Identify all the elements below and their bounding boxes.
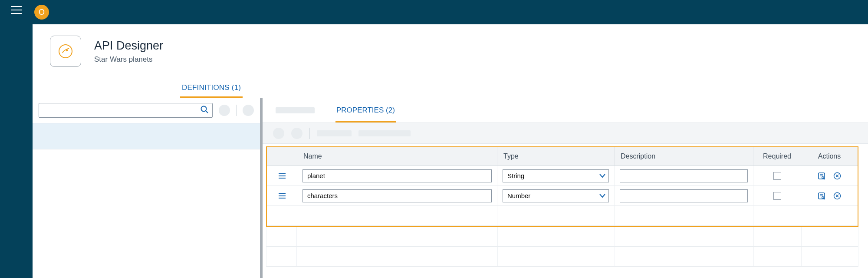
col-required: Required [753, 147, 801, 165]
col-actions: Actions [801, 147, 858, 165]
avatar[interactable]: O [34, 5, 49, 20]
left-rail [0, 0, 33, 278]
detail-toolbar [263, 123, 868, 144]
table-empty-row [267, 206, 858, 226]
details-icon[interactable] [818, 172, 825, 180]
main-area: O API Designer Star Wars planets DEFINIT… [33, 0, 868, 278]
svg-line-3 [206, 111, 208, 113]
property-description-input[interactable] [620, 189, 748, 202]
search-input-wrap [39, 103, 213, 118]
col-description: Description [615, 147, 753, 165]
delete-icon[interactable] [833, 172, 841, 180]
toolbar-placeholder-3[interactable] [317, 130, 352, 136]
col-name: Name [297, 147, 497, 165]
api-designer-icon [50, 36, 81, 67]
toolbar-placeholder-4[interactable] [358, 130, 411, 136]
drag-handle-icon[interactable] [267, 186, 297, 205]
sidebar-action-placeholder-2[interactable] [243, 105, 254, 116]
menu-icon[interactable] [11, 6, 22, 14]
tab-properties[interactable]: PROPERTIES (2) [335, 98, 396, 122]
workspace: PROPERTIES (2) Name Type Description [33, 98, 868, 278]
detail-tabs: PROPERTIES (2) [263, 98, 868, 123]
property-name-input[interactable] [302, 169, 492, 182]
sidebar-action-placeholder-1[interactable] [219, 105, 230, 116]
required-checkbox[interactable] [773, 192, 781, 200]
detail-panel: PROPERTIES (2) Name Type Description [263, 98, 868, 278]
page-header: API Designer Star Wars planets DEFINITIO… [33, 24, 868, 98]
toolbar-action-placeholder-1[interactable] [273, 128, 284, 139]
topbar: O [33, 0, 868, 24]
page-title: API Designer [94, 39, 163, 53]
table-row [267, 166, 858, 186]
svg-point-0 [59, 45, 72, 58]
delete-icon[interactable] [833, 192, 841, 200]
detail-tab-placeholder[interactable] [276, 107, 315, 113]
selected-definition-row[interactable] [33, 123, 260, 149]
col-type: Type [497, 147, 615, 165]
property-type-select[interactable] [503, 169, 609, 182]
required-checkbox[interactable] [773, 172, 781, 180]
avatar-letter: O [39, 8, 45, 17]
drag-handle-icon[interactable] [267, 166, 297, 185]
table-empty-row [266, 247, 858, 267]
property-type-select[interactable] [503, 189, 609, 202]
divider [309, 128, 310, 139]
property-name-input[interactable] [302, 189, 492, 202]
primary-tabs: DEFINITIONS (1) [50, 80, 851, 98]
sidebar-toolbar [33, 98, 260, 123]
definitions-sidebar [33, 98, 263, 278]
page-subtitle: Star Wars planets [94, 55, 163, 64]
search-icon[interactable] [200, 105, 209, 116]
svg-point-1 [66, 50, 68, 52]
property-description-input[interactable] [620, 169, 748, 182]
svg-point-2 [201, 106, 207, 112]
table-empty-row [266, 227, 858, 247]
toolbar-action-placeholder-2[interactable] [291, 128, 302, 139]
divider [236, 105, 237, 116]
properties-table: Name Type Description Required Actions [263, 144, 868, 267]
details-icon[interactable] [818, 192, 825, 200]
table-header: Name Type Description Required Actions [267, 147, 858, 166]
sidebar-empty [33, 149, 260, 278]
search-input[interactable] [39, 103, 212, 117]
tab-definitions[interactable]: DEFINITIONS (1) [180, 80, 243, 98]
table-row [267, 186, 858, 206]
